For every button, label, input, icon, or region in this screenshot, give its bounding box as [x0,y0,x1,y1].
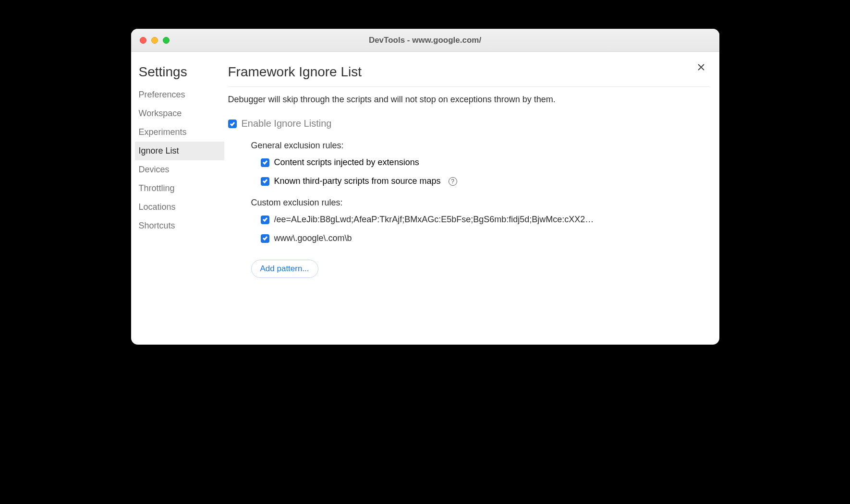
sidebar-item-preferences[interactable]: Preferences [135,85,224,104]
custom-rules-heading: Custom exclusion rules: [251,198,710,208]
third-party-scripts-label: Known third-party scripts from source ma… [274,176,441,186]
check-icon [262,215,268,225]
close-settings-button[interactable] [694,61,708,75]
window-close-button[interactable] [140,37,146,44]
settings-sidebar: Settings Preferences Workspace Experimen… [135,60,224,333]
general-rule-row: Known third-party scripts from source ma… [251,176,710,186]
check-icon [262,176,268,186]
custom-rule-row: /ee=ALeJib:B8gLwd;AfeaP:TkrAjf;BMxAGc:E5… [251,215,710,225]
check-icon [262,157,268,168]
settings-heading: Settings [135,60,224,85]
content-scripts-label: Content scripts injected by extensions [274,157,419,168]
check-icon [262,233,268,243]
sidebar-item-devices[interactable]: Devices [135,160,224,179]
content-scripts-checkbox[interactable] [261,158,269,167]
custom-rule-row: www\.google\.com\b [251,233,710,243]
enable-ignore-listing-row: Enable Ignore Listing [228,118,710,129]
window-minimize-button[interactable] [151,37,158,44]
sidebar-item-experiments[interactable]: Experiments [135,123,224,142]
window-controls [131,37,170,44]
window-title: DevTools - www.google.com/ [131,36,719,45]
sidebar-item-ignore-list[interactable]: Ignore List [135,142,224,160]
enable-ignore-listing-label: Enable Ignore Listing [242,118,332,129]
settings-panel: Settings Preferences Workspace Experimen… [131,52,719,345]
add-pattern-button[interactable]: Add pattern... [251,260,318,278]
sidebar-item-workspace[interactable]: Workspace [135,104,224,123]
custom-rule-1-checkbox[interactable] [261,234,269,243]
custom-rule-0-checkbox[interactable] [261,216,269,224]
general-rules-group: General exclusion rules: Content scripts… [228,141,710,186]
devtools-settings-window: DevTools - www.google.com/ Settings Pref… [131,29,719,345]
enable-ignore-listing-checkbox[interactable] [228,120,237,128]
custom-rule-0-pattern[interactable]: /ee=ALeJib:B8gLwd;AfeaP:TkrAjf;BMxAGc:E5… [274,215,594,225]
settings-content: Framework Ignore List Debugger will skip… [224,60,714,333]
page-title: Framework Ignore List [228,64,710,87]
sidebar-item-locations[interactable]: Locations [135,198,224,216]
sidebar-item-throttling[interactable]: Throttling [135,179,224,198]
close-icon [696,62,706,74]
general-rules-heading: General exclusion rules: [251,141,710,151]
window-zoom-button[interactable] [163,37,170,44]
custom-rules-group: Custom exclusion rules: /ee=ALeJib:B8gLw… [228,198,710,278]
custom-rule-1-pattern[interactable]: www\.google\.com\b [274,233,352,243]
window-titlebar: DevTools - www.google.com/ [131,29,719,52]
sidebar-item-shortcuts[interactable]: Shortcuts [135,216,224,235]
page-description: Debugger will skip through the scripts a… [228,95,710,105]
check-icon [230,118,235,129]
help-icon[interactable]: ? [449,177,457,186]
general-rule-row: Content scripts injected by extensions [251,157,710,168]
third-party-scripts-checkbox[interactable] [261,177,269,186]
